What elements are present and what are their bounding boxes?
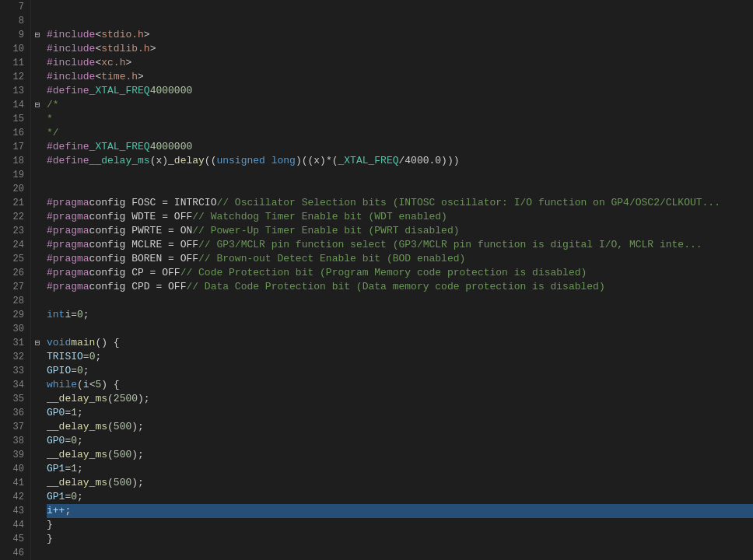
token-kw: while (47, 378, 77, 392)
fold-marker (31, 308, 44, 322)
token-plain: config CPD = OFF (89, 280, 187, 294)
token-plain: config MCLRE = OFF (89, 238, 198, 252)
token-plain: (x) (150, 154, 168, 168)
token-plain: ); (138, 392, 150, 406)
token-pp: #pragma (47, 252, 89, 266)
token-inc-bracket: > (150, 42, 156, 56)
token-plain: ++; (53, 504, 71, 518)
fold-marker (31, 504, 44, 518)
token-plain: ( (107, 392, 114, 406)
line-number: 44 (0, 518, 24, 532)
line-number: 8 (0, 14, 24, 28)
fold-marker (31, 518, 44, 532)
line-number: 45 (0, 532, 24, 546)
token-fn: __delay_ms (47, 420, 107, 434)
token-inc-bracket: < (95, 42, 101, 56)
fold-marker (31, 14, 44, 28)
line-number: 31 (0, 336, 24, 350)
fold-marker (31, 294, 44, 308)
line-number: 9 (0, 28, 24, 42)
token-plain: ; (77, 490, 83, 504)
line-number: 25 (0, 252, 24, 266)
line-number: 34 (0, 378, 24, 392)
line-number: 13 (0, 84, 24, 98)
code-line (47, 294, 753, 308)
code-line: #pragma config BOREN = OFF // Brown-out … (47, 252, 753, 266)
code-area[interactable]: #include <stdio.h>#include <stdlib.h>#in… (44, 0, 753, 560)
line-number: 35 (0, 392, 24, 406)
code-line: #pragma config PWRTE = ON // Power-Up Ti… (47, 224, 753, 238)
token-num: 1 (71, 406, 77, 420)
token-plain: = (71, 308, 77, 322)
fold-marker (31, 252, 44, 266)
fold-marker (31, 154, 44, 168)
fold-marker (31, 406, 44, 420)
token-inc-bracket: < (95, 56, 101, 70)
token-num: 2500 (114, 392, 138, 406)
line-number: 43 (0, 504, 24, 518)
token-num: 0 (77, 308, 83, 322)
token-inc-bracket: > (144, 28, 150, 42)
fold-marker (31, 476, 44, 490)
token-plain: config PWRTE = ON (89, 224, 193, 238)
token-macro: _XTAL_FREQ (338, 154, 398, 168)
code-line (47, 546, 753, 560)
token-plain: /4000.0))) (399, 154, 460, 168)
token-plain: ; (95, 350, 101, 364)
fold-marker (31, 42, 44, 56)
token-kw: void (47, 336, 71, 350)
token-kw: int (47, 308, 65, 322)
token-reg: GP1 (47, 490, 65, 504)
code-line: #define __delay_ms(x) _delay((unsigned l… (47, 154, 753, 168)
token-plain: config BOREN = OFF (89, 252, 198, 266)
code-line: void main() { (47, 336, 753, 350)
code-line: GP0 = 1; (47, 406, 753, 420)
fold-marker (31, 490, 44, 504)
code-line: GP0 = 0; (47, 434, 753, 448)
fold-marker (31, 238, 44, 252)
token-plain: ); (131, 448, 144, 462)
line-number: 11 (0, 56, 24, 70)
token-pp: #include (47, 28, 95, 42)
token-num: 500 (114, 476, 131, 490)
code-line: GPIO = 0; (47, 364, 753, 378)
code-line: __delay_ms(500); (47, 448, 753, 462)
token-cmt: // Watchdog Timer Enable bit (WDT enable… (192, 210, 447, 224)
token-var: i (83, 378, 89, 392)
token-reg: TRISIO (47, 350, 83, 364)
code-line: #pragma config CPD = OFF // Data Code Pr… (47, 280, 753, 294)
fold-marker (31, 196, 44, 210)
token-num: 0 (71, 490, 77, 504)
token-cmt: // Code Protection bit (Program Memory c… (180, 266, 587, 280)
code-line: */ (47, 126, 753, 140)
fold-marker[interactable]: ⊟ (31, 98, 44, 112)
token-cmt: * (47, 112, 53, 126)
token-plain: < (89, 378, 96, 392)
line-number: 30 (0, 322, 24, 336)
line-number: 37 (0, 420, 24, 434)
token-pp: #pragma (47, 224, 89, 238)
code-line: __delay_ms(500); (47, 476, 753, 490)
token-fn: _delay (168, 154, 205, 168)
token-num: 0 (89, 350, 96, 364)
token-reg: GPIO (47, 364, 71, 378)
code-line: int i = 0; (47, 308, 753, 322)
line-number: 7 (0, 0, 24, 14)
fold-marker[interactable]: ⊟ (31, 28, 44, 42)
token-reg: GP0 (47, 406, 65, 420)
code-line (47, 0, 753, 14)
fold-marker[interactable]: ⊟ (31, 336, 44, 350)
fold-marker (31, 266, 44, 280)
token-plain: ( (107, 420, 114, 434)
code-line (47, 168, 753, 182)
token-plain: () { (95, 336, 119, 350)
code-line: __delay_ms(500); (47, 420, 753, 434)
fold-marker (31, 84, 44, 98)
fold-marker (31, 112, 44, 126)
token-num: 500 (114, 448, 131, 462)
code-editor: 7891011121314151617181920212223242526272… (0, 0, 753, 560)
code-line: } (47, 532, 753, 546)
token-pp: #pragma (47, 266, 89, 280)
line-number: 18 (0, 154, 24, 168)
line-number: 24 (0, 238, 24, 252)
